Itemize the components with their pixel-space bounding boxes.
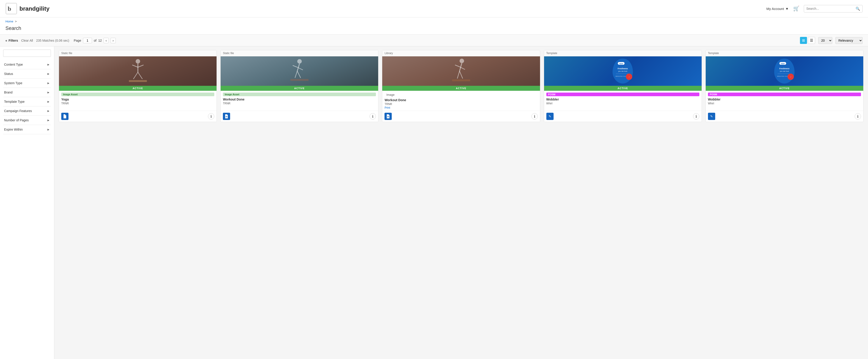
chevron-right-icon: ► <box>47 81 50 85</box>
page-nav: Page of 12 ‹ › <box>74 38 116 43</box>
chevron-right-icon: ► <box>47 72 50 76</box>
filter-status-label: Status <box>4 72 13 76</box>
svg-text:you can trust: you can trust <box>618 71 627 72</box>
search-input[interactable] <box>806 7 856 10</box>
edit-button-wobbler-2[interactable]: ✎ <box>708 113 715 120</box>
filter-campaign-features-header[interactable]: Campaign Features ► <box>3 106 51 115</box>
file-icon <box>225 114 228 118</box>
filters-label: Filters <box>8 39 18 42</box>
chevron-right-icon: ► <box>47 63 50 66</box>
svg-text:you can trust: you can trust <box>780 71 789 72</box>
file-button-workout-static[interactable] <box>223 113 230 120</box>
edit-button-wobbler-1[interactable]: ✎ <box>546 113 554 120</box>
cards-grid: Static file ACTIVE <box>59 50 864 122</box>
filter-template-type: Template Type ► <box>3 97 51 106</box>
card-badge-image: Image <box>384 92 537 97</box>
filter-toggle[interactable]: « Filters <box>5 39 18 42</box>
page-number-input[interactable] <box>83 38 92 43</box>
svg-text:NEW: NEW <box>619 63 623 64</box>
card-badge-posm-1: POSM <box>546 92 700 96</box>
svg-line-16 <box>297 71 301 78</box>
workout-silhouette <box>289 59 310 84</box>
wobbler-svg-1: NEW Freshness you can trust BRIGHTEN YOU… <box>612 57 634 85</box>
card-title-wobbler-2: Wobbler <box>706 97 863 102</box>
cart-icon[interactable]: 🛒 <box>793 6 799 11</box>
card-subtitle-workout-static: TRNR <box>221 102 378 105</box>
breadcrumb-home[interactable]: Home <box>5 20 13 23</box>
info-button-workout-static[interactable]: ℹ <box>370 113 376 119</box>
filter-content-type-header[interactable]: Content Type ► <box>3 60 51 69</box>
filter-system-type-label: System Type <box>4 81 22 85</box>
card-image-workout-library <box>382 56 540 86</box>
per-page-select[interactable]: 20 50 100 <box>818 37 832 44</box>
card-image-yoga <box>59 56 217 86</box>
svg-line-22 <box>455 65 460 67</box>
page-title: Search <box>0 24 868 34</box>
card-type-label: Library <box>382 50 540 56</box>
card-status-active: ACTIVE <box>59 86 217 91</box>
filter-template-type-header[interactable]: Template Type ► <box>3 97 51 106</box>
svg-text:NEW: NEW <box>781 63 785 64</box>
info-icon: ℹ <box>372 114 373 119</box>
clear-all-button[interactable]: Clear All <box>21 39 33 42</box>
chevron-right-icon: ► <box>47 128 50 131</box>
filter-content-type: Content Type ► <box>3 60 51 69</box>
edit-icon: ✎ <box>710 114 713 118</box>
svg-rect-17 <box>290 79 309 81</box>
svg-rect-10 <box>64 117 66 117</box>
grid-view-button[interactable]: ⊞ <box>800 37 807 44</box>
chevron-right-icon: ► <box>47 109 50 113</box>
svg-line-13 <box>293 65 297 67</box>
edit-icon: ✎ <box>549 114 551 118</box>
double-chevron-left-icon: « <box>5 39 7 42</box>
svg-rect-27 <box>387 116 389 116</box>
filter-status-header[interactable]: Status ► <box>3 69 51 78</box>
svg-rect-19 <box>225 117 227 117</box>
chevron-right-icon: ► <box>47 90 50 94</box>
info-button-yoga[interactable]: ℹ <box>208 113 214 119</box>
card-title-wobbler-1: Wobbler <box>544 97 702 102</box>
file-button-yoga[interactable] <box>61 113 68 120</box>
prev-page-button[interactable]: ‹ <box>103 38 109 43</box>
card-type-label: Template <box>544 50 702 56</box>
filter-expire-within-header[interactable]: Expire Within ► <box>3 125 51 134</box>
logo-text: brandgility <box>20 5 50 12</box>
wobbler-svg-2: NEW Freshness you can trust BRIGHTEN YOU… <box>773 57 796 85</box>
filter-brand-header[interactable]: Brand ► <box>3 88 51 97</box>
svg-rect-18 <box>225 116 227 116</box>
chevron-right-icon: ► <box>47 100 50 104</box>
my-account-menu[interactable]: My Account ▼ <box>767 7 789 11</box>
filter-number-of-pages-header[interactable]: Number of Pages ► <box>3 116 51 125</box>
card-workout-library: Library ACTIVE <box>382 50 540 122</box>
chevron-right-icon: ► <box>47 118 50 122</box>
wobbler-image-2: NEW Freshness you can trust BRIGHTEN YOU… <box>706 56 863 86</box>
info-button-workout-library[interactable]: ℹ <box>531 113 538 119</box>
filter-system-type-header[interactable]: System Type ► <box>3 79 51 88</box>
sort-select[interactable]: Relevancy Name A-Z Name Z-A Newest <box>835 37 863 44</box>
svg-rect-8 <box>129 80 147 82</box>
list-view-button[interactable]: ☰ <box>808 37 815 44</box>
file-icon <box>386 114 390 118</box>
card-badge-image-asset: Image Asset <box>61 92 214 96</box>
filter-brand-label: Brand <box>4 90 12 94</box>
next-page-button[interactable]: › <box>111 38 116 43</box>
filter-number-of-pages: Number of Pages ► <box>3 116 51 125</box>
file-button-workout-library[interactable] <box>384 113 392 120</box>
info-button-wobbler-2[interactable]: ℹ <box>855 113 861 119</box>
info-button-wobbler-1[interactable]: ℹ <box>693 113 700 119</box>
info-icon: ℹ <box>211 114 212 119</box>
view-toggle: ⊞ ☰ <box>800 37 815 44</box>
sidebar-search-input[interactable] <box>3 50 51 57</box>
card-badge-image-asset: Image Asset <box>223 92 376 96</box>
card-yoga: Static file ACTIVE <box>59 50 217 122</box>
card-subtitle-workout-library: TRNR <box>382 102 540 106</box>
search-icon[interactable]: 🔍 <box>856 6 860 11</box>
svg-rect-26 <box>452 79 470 81</box>
card-type-label: Static file <box>59 50 217 56</box>
card-workout-static: Static file ACTIVE <box>220 50 378 122</box>
svg-line-15 <box>295 71 297 78</box>
card-footer-wobbler-2: ✎ ℹ <box>706 111 863 122</box>
svg-text:Freshness: Freshness <box>618 67 628 70</box>
card-footer-workout-library: ℹ <box>382 111 540 122</box>
card-status-active: ACTIVE <box>706 86 863 91</box>
